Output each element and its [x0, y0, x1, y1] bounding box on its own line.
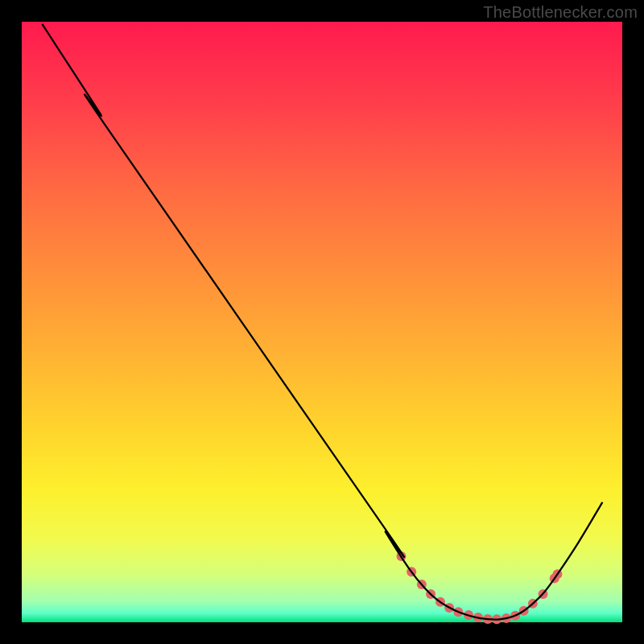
gradient-background: [22, 22, 622, 622]
bottleneck-chart: [0, 0, 644, 644]
chart-container: TheBottlenecker.com: [0, 0, 644, 644]
watermark-text: TheBottlenecker.com: [483, 3, 638, 22]
